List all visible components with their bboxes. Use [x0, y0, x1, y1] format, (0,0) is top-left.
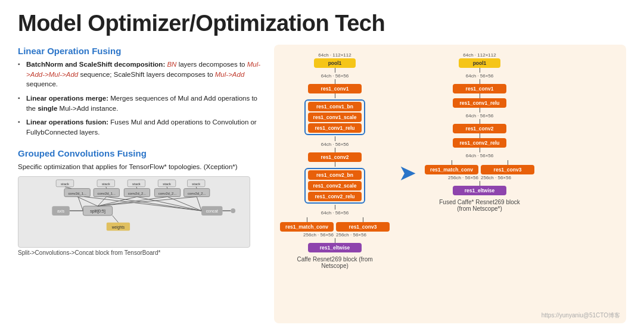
- dim-256-56-2: 256ch · 56×56: [336, 232, 366, 238]
- res1-conv2-relu-fused: res1_conv2_relu: [453, 138, 506, 148]
- svg-point-48: [231, 208, 235, 213]
- res1-conv1-fused: res1_conv1: [453, 84, 506, 93]
- svg-text:conv2d_2...: conv2d_2...: [188, 191, 206, 195]
- bn-group1: res1_conv1_bn res1_conv1_scale res1_conv…: [304, 99, 365, 135]
- arrow-right-icon: ➤: [399, 162, 415, 185]
- conn-fused1: [480, 68, 480, 73]
- dim-f1: 64ch · 56×56: [466, 113, 493, 118]
- svg-text:axis: axis: [57, 209, 65, 213]
- bullet-merge-bold: Linear operations merge:: [26, 95, 108, 102]
- fused-conv3-col: res1_conv3: [481, 160, 534, 174]
- bullet-bn: BatchNorm and ScaleShift decomposition: …: [18, 60, 268, 89]
- left-panel: Linear Operation Fusing BatchNorm and Sc…: [18, 45, 268, 323]
- res1-match-conv-fused: res1_match_conv: [425, 165, 478, 174]
- bullet-fusion-bold: Linear operations fusion:: [26, 118, 108, 126]
- dim-f2: 64ch · 56×56: [466, 153, 493, 158]
- res1-conv1-relu-fused: res1_conv1_relu: [453, 98, 506, 108]
- bullet-bn-text2: sequence; ScaleShift layers decomposes t…: [80, 71, 214, 78]
- tensorboard-svg: axis concat split[0:5] weights: [18, 177, 250, 247]
- bn-group2: res1_conv2_bn res1_conv2_scale res1_conv…: [304, 168, 365, 204]
- bullet-bn-text3: sequence.: [26, 80, 58, 88]
- conn-fm2: [508, 160, 508, 165]
- svg-text:weights: weights: [111, 224, 125, 229]
- res1-match-conv-node: res1_match_conv: [280, 222, 334, 232]
- res1-conv2-fused: res1_conv2: [453, 124, 506, 133]
- linear-section: Linear Operation Fusing BatchNorm and Sc…: [18, 45, 268, 143]
- fused-dim-row: 256ch · 56×56 256ch · 56×56: [448, 174, 511, 181]
- res1-conv1-node: res1_conv1: [308, 84, 362, 93]
- match-col: res1_match_conv: [280, 217, 334, 232]
- grouped-desc: Specific optimization that applies for T…: [18, 162, 268, 171]
- res1-conv1-bn-node: res1_conv1_bn: [308, 102, 362, 111]
- conn-conv3: [363, 217, 363, 222]
- right-panel: 64ch · 112×112 pool1 64ch · 56×56 res1_c…: [274, 45, 626, 323]
- res1-conv1-scale-node: res1_conv1_scale: [308, 113, 362, 122]
- res1-conv2-bn-node: res1_conv2_bn: [308, 170, 362, 180]
- conn-match: [307, 217, 307, 222]
- tensorboard-diagram: axis concat split[0:5] weights: [18, 176, 250, 248]
- split-section: res1_conv1 res1_conv1_bn res1_conv1_scal…: [304, 79, 365, 216]
- svg-text:conv2d_1...: conv2d_1...: [98, 191, 116, 195]
- pool1-fused-node: pool1: [459, 58, 500, 68]
- bullet-bn-bold: BatchNorm and ScaleShift decomposition:: [26, 61, 165, 68]
- svg-text:stack: stack: [163, 182, 171, 186]
- grouped-section: Grouped Convolutions Fusing Specific opt…: [18, 147, 268, 256]
- conn-f5: [480, 133, 480, 138]
- dim-64-56-1: 64ch · 56×56: [321, 142, 349, 147]
- svg-text:stack: stack: [132, 182, 141, 186]
- conn-fused-elt: [480, 181, 480, 186]
- svg-text:conv2d_2...: conv2d_2...: [128, 191, 147, 195]
- bottom-split: res1_match_conv res1_conv3: [280, 217, 390, 232]
- bullet-bn-italic: BN: [167, 61, 176, 68]
- tb-caption: Split->Convolutions->Concat block from T…: [18, 249, 268, 256]
- conn-after-dim1: [335, 148, 335, 152]
- dim-256-56-1: 256ch · 56×56: [303, 232, 334, 238]
- before-caption: Caffe Resnet269 block (from Netscope): [287, 256, 382, 269]
- fused-dim-256-2: 256ch · 56×56: [481, 175, 511, 180]
- conn1: [335, 68, 335, 73]
- conv3-col: res1_conv3: [336, 217, 390, 232]
- res1-conv3-node: res1_conv3: [336, 222, 390, 232]
- linear-bullets: BatchNorm and ScaleShift decomposition: …: [18, 60, 268, 138]
- conn-f6: [480, 148, 480, 152]
- conv1-col: res1_conv1 res1_conv1_bn res1_conv1_scal…: [304, 79, 365, 216]
- res1-eltwise-node: res1_eltwise: [308, 243, 362, 252]
- conn-dim1: [335, 136, 335, 141]
- conn-left: [335, 79, 335, 84]
- grouped-section-title: Grouped Convolutions Fusing: [18, 148, 268, 158]
- conn-f1: [480, 79, 480, 84]
- dim-row-bottom: 256ch · 56×56 256ch · 56×56: [303, 232, 366, 238]
- conn-after-conv1: [335, 93, 335, 98]
- conn-f3: [480, 108, 480, 113]
- before-diagram: 64ch · 112×112 pool1 64ch · 56×56 res1_c…: [280, 52, 390, 269]
- dim-64-56-2: 64ch · 56×56: [321, 210, 349, 216]
- res1-eltwise-fused: res1_eltwise: [453, 186, 506, 195]
- conn-eltwise: [335, 238, 335, 243]
- svg-text:split[0:5]: split[0:5]: [90, 209, 105, 214]
- svg-text:stack: stack: [61, 182, 69, 186]
- conn-f4: [480, 119, 480, 124]
- res1-conv3-fused: res1_conv3: [481, 165, 534, 174]
- fused-bottom-split: res1_match_conv res1_conv3: [425, 160, 534, 174]
- dim-top-after: 64ch · 112×112: [463, 52, 496, 58]
- res1-conv1-relu-node: res1_conv1_relu: [308, 123, 362, 133]
- pool1-node: pool1: [314, 58, 356, 68]
- svg-text:stack: stack: [102, 182, 110, 186]
- svg-text:stack: stack: [192, 182, 200, 186]
- bullet-fusion: Linear operations fusion: Fuses Mul and …: [18, 117, 268, 137]
- dim-after-pool-fused: 64ch · 56×56: [466, 73, 493, 79]
- dim-top-before: 64ch · 112×112: [318, 52, 351, 58]
- fused-dim-256-1: 256ch · 56×56: [448, 175, 478, 180]
- svg-text:concat: concat: [206, 209, 218, 213]
- conn-fm1: [452, 160, 452, 165]
- fused-split: res1_conv1 res1_conv1_relu 64ch · 56×56 …: [453, 79, 506, 159]
- svg-text:conv2d_1...: conv2d_1...: [68, 191, 86, 195]
- conn-dim2: [335, 205, 335, 210]
- fused-match-col: res1_match_conv: [425, 160, 478, 174]
- watermark: https://yunyaniu@51CTO博客: [542, 311, 620, 320]
- slide: Model Optimizer/Optimization Tech Linear…: [0, 0, 644, 334]
- dim-after-pool: 64ch · 56×56: [321, 73, 349, 79]
- conn-after-conv2: [335, 162, 335, 167]
- res1-conv2-relu-node: res1_conv2_relu: [308, 192, 362, 201]
- svg-text:conv2d_2...: conv2d_2...: [158, 191, 177, 195]
